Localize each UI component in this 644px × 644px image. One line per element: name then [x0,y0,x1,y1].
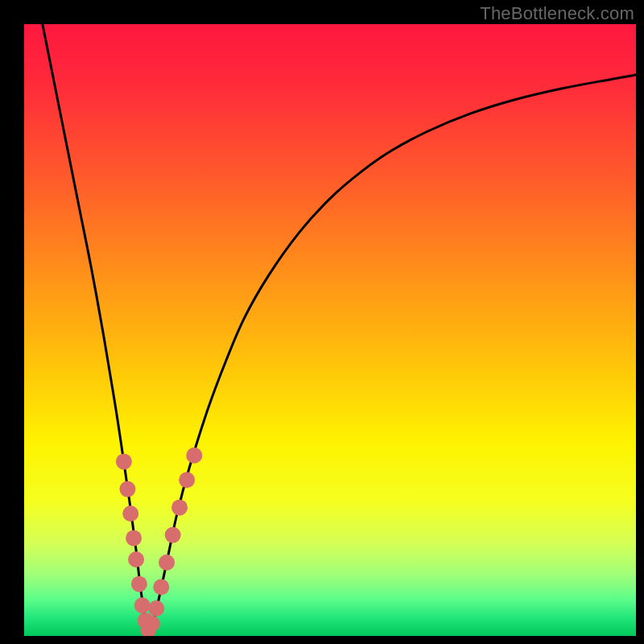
marker-dot [186,448,202,464]
marker-dot [122,506,138,522]
marker-dot [116,453,132,469]
marker-dot [179,472,195,488]
marker-dot [148,601,164,617]
watermark-text: TheBottleneck.com [480,3,634,24]
marker-dot [126,530,142,546]
plot-svg [24,24,636,636]
gradient-background [24,24,636,636]
marker-dot [134,597,151,613]
marker-dot [165,527,181,543]
marker-dot [144,616,160,632]
marker-dot [171,499,188,515]
marker-dot [159,555,175,571]
plot-area [24,24,636,636]
marker-dot [131,576,147,592]
marker-dot [119,481,135,497]
marker-dot [153,579,169,595]
marker-dot [128,551,144,568]
chart-frame: TheBottleneck.com [0,0,644,644]
